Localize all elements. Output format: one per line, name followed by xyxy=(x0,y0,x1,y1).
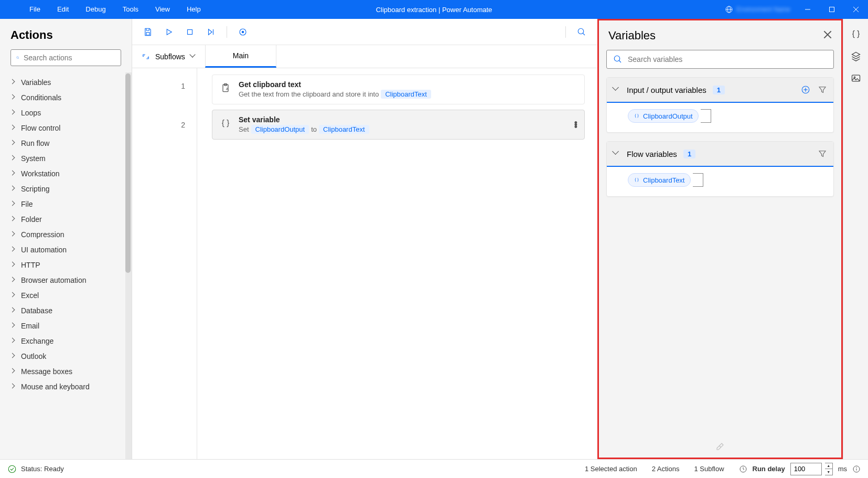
category-label: Scripting xyxy=(21,185,49,193)
menu-debug[interactable]: Debug xyxy=(77,0,114,19)
scrollbar-thumb[interactable] xyxy=(125,73,131,273)
spinner-down[interactable]: ▼ xyxy=(825,469,832,475)
spinner-up[interactable]: ▲ xyxy=(825,463,832,469)
menu-bar: FileEditDebugToolsViewHelp xyxy=(0,0,209,19)
step-card[interactable]: AGet clipboard textGet the text from the… xyxy=(212,75,585,104)
chevron-right-icon xyxy=(10,308,16,313)
action-category-compression[interactable]: Compression xyxy=(10,227,121,242)
titlebar: FileEditDebugToolsViewHelp Clipboard ext… xyxy=(0,0,868,19)
action-category-system[interactable]: System xyxy=(10,151,121,166)
subflows-dropdown[interactable]: Subflows xyxy=(132,45,205,68)
action-category-excel[interactable]: Excel xyxy=(10,288,121,303)
eraser-icon[interactable] xyxy=(715,442,725,453)
action-category-database[interactable]: Database xyxy=(10,303,121,318)
action-category-scripting[interactable]: Scripting xyxy=(10,181,121,196)
rail-variables-button[interactable] xyxy=(850,28,862,40)
image-icon xyxy=(851,73,861,83)
action-category-conditionals[interactable]: Conditionals xyxy=(10,90,121,105)
subflows-icon xyxy=(142,52,150,61)
filter-button[interactable] xyxy=(818,149,827,158)
action-category-email[interactable]: Email xyxy=(10,318,121,333)
action-category-browser-automation[interactable]: Browser automation xyxy=(10,272,121,288)
filter-icon xyxy=(818,149,827,158)
variable-pill[interactable]: ClipboardOutput xyxy=(628,109,699,123)
step-card[interactable]: Set variableSet ClipboardOutput to Clipb… xyxy=(212,110,585,140)
category-label: Compression xyxy=(21,230,64,239)
add-variable-button[interactable] xyxy=(801,85,810,94)
clipboard-icon: A xyxy=(220,83,231,93)
chevron-right-icon xyxy=(10,247,16,252)
menu-view[interactable]: View xyxy=(147,0,178,19)
variables-panel: Variables Input / output variables 1 xyxy=(597,19,843,459)
right-rail xyxy=(843,19,868,459)
variables-search-input[interactable] xyxy=(628,55,827,63)
action-category-http[interactable]: HTTP xyxy=(10,257,121,272)
actions-search[interactable] xyxy=(10,49,121,66)
action-category-file[interactable]: File xyxy=(10,196,121,211)
action-category-exchange[interactable]: Exchange xyxy=(10,333,121,348)
steps-list: AGet clipboard textGet the text from the… xyxy=(197,68,597,459)
action-category-loops[interactable]: Loops xyxy=(10,105,121,120)
category-label: Variables xyxy=(21,78,51,87)
filter-button[interactable] xyxy=(818,85,827,94)
variables-search[interactable] xyxy=(606,50,834,69)
step-more-button[interactable]: ••• xyxy=(574,122,578,128)
chevron-right-icon xyxy=(10,95,16,100)
chevron-right-icon xyxy=(10,232,16,237)
action-category-run-flow[interactable]: Run flow xyxy=(10,135,121,151)
delay-spinner[interactable]: ▲▼ xyxy=(825,463,833,475)
action-category-folder[interactable]: Folder xyxy=(10,211,121,227)
action-category-flow-control[interactable]: Flow control xyxy=(10,120,121,135)
rail-images-button[interactable] xyxy=(850,72,862,84)
variables-title: Variables xyxy=(608,29,656,43)
step-desc-text: to xyxy=(311,125,317,133)
statusbar: Status: Ready 1 Selected action 2 Action… xyxy=(0,459,868,478)
io-variables-header[interactable]: Input / output variables 1 xyxy=(607,78,833,103)
menu-edit[interactable]: Edit xyxy=(49,0,77,19)
action-category-ui-automation[interactable]: UI automation xyxy=(10,242,121,257)
save-button[interactable] xyxy=(138,23,157,41)
actions-search-input[interactable] xyxy=(24,54,115,62)
run-button[interactable] xyxy=(159,23,178,41)
action-category-mouse-and-keyboard[interactable]: Mouse and keyboard xyxy=(10,379,121,394)
chevron-right-icon xyxy=(10,384,16,389)
close-icon xyxy=(823,30,832,39)
svg-line-24 xyxy=(619,60,621,62)
menu-help[interactable]: Help xyxy=(178,0,209,19)
stop-button[interactable] xyxy=(180,23,199,41)
category-label: Excel xyxy=(21,291,39,300)
flow-variables-header[interactable]: Flow variables 1 xyxy=(607,142,833,167)
actions-scrollbar[interactable] xyxy=(125,72,132,459)
menu-tools[interactable]: Tools xyxy=(114,0,147,19)
variable-value-box xyxy=(701,109,711,123)
variables-close-button[interactable] xyxy=(823,30,832,41)
info-icon[interactable] xyxy=(852,465,861,473)
maximize-button[interactable] xyxy=(820,0,844,19)
selected-count: 1 Selected action xyxy=(585,465,637,473)
toolbar-separator xyxy=(227,26,227,38)
step-title: Set variable xyxy=(239,115,577,124)
action-category-outlook[interactable]: Outlook xyxy=(10,348,121,364)
close-button[interactable] xyxy=(844,0,868,19)
actions-header: Actions xyxy=(0,19,132,49)
step-number: 1 xyxy=(132,79,197,118)
rail-layers-button[interactable] xyxy=(850,50,862,62)
run-delay-input[interactable] xyxy=(790,463,822,475)
action-category-variables[interactable]: Variables xyxy=(10,75,121,90)
action-category-message-boxes[interactable]: Message boxes xyxy=(10,364,121,379)
search-flow-button[interactable] xyxy=(572,23,591,41)
category-label: Workstation xyxy=(21,169,60,178)
step-button[interactable] xyxy=(201,23,220,41)
environment-badge[interactable]: Environment Name xyxy=(725,5,790,14)
menu-file[interactable]: File xyxy=(21,0,49,19)
record-button[interactable] xyxy=(233,23,252,41)
actions-list[interactable]: VariablesConditionalsLoopsFlow controlRu… xyxy=(0,72,125,459)
svg-line-8 xyxy=(18,58,19,59)
tab-main[interactable]: Main xyxy=(205,45,276,68)
minimize-button[interactable] xyxy=(796,0,820,19)
variable-pill[interactable]: ClipboardText xyxy=(628,173,691,187)
record-icon xyxy=(238,27,248,37)
action-category-workstation[interactable]: Workstation xyxy=(10,166,121,181)
category-label: Exchange xyxy=(21,337,53,345)
flow-variables-section: Flow variables 1 ClipboardText xyxy=(606,141,834,197)
